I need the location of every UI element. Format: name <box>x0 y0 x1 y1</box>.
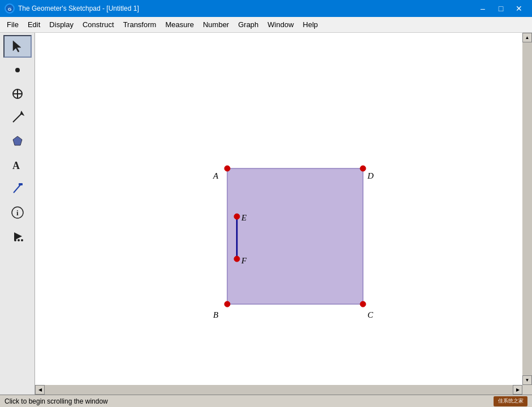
svg-marker-9 <box>13 136 22 145</box>
canvas-wrapper: A D B C E <box>35 33 532 395</box>
toolbar: A i <box>0 33 35 395</box>
info-tool-button[interactable]: i <box>3 201 32 224</box>
svg-marker-15 <box>14 232 22 240</box>
menu-file[interactable]: File <box>2 18 23 31</box>
point-b[interactable] <box>224 301 230 307</box>
canvas-area[interactable]: A D B C E <box>35 33 522 385</box>
menu-display[interactable]: Display <box>45 18 78 31</box>
title-bar-left: G The Geometer's Sketchpad - [Untitled 1… <box>5 3 139 14</box>
menu-edit[interactable]: Edit <box>23 18 45 31</box>
title-text: The Geometer's Sketchpad - [Untitled 1] <box>18 5 139 12</box>
main-area: A i <box>0 33 532 395</box>
svg-line-7 <box>13 113 22 122</box>
svg-line-11 <box>14 185 20 193</box>
status-right: 佳系统之家 <box>494 396 527 406</box>
close-button[interactable]: ✕ <box>511 3 527 14</box>
app-window: A i <box>0 33 532 407</box>
point-tool-button[interactable] <box>3 59 32 81</box>
svg-text:A: A <box>12 160 20 171</box>
label-e: E <box>241 213 246 222</box>
canvas-and-scrollbar: A D B C E <box>35 33 532 385</box>
point-e[interactable] <box>234 214 240 219</box>
svg-point-18 <box>21 239 23 241</box>
status-text: Click to begin scrolling the window <box>5 397 108 405</box>
svg-point-16 <box>14 239 16 241</box>
title-bar: G The Geometer's Sketchpad - [Untitled 1… <box>0 0 532 17</box>
maximize-button[interactable]: □ <box>492 3 509 14</box>
svg-text:i: i <box>16 209 19 217</box>
scroll-left-button[interactable]: ◀ <box>35 385 45 395</box>
menu-help[interactable]: Help <box>299 18 323 31</box>
scroll-down-button[interactable]: ▼ <box>522 375 532 385</box>
label-a: A <box>213 171 219 180</box>
status-logo: 佳系统之家 <box>494 396 527 406</box>
scrollbar-bottom: ◀ ▶ <box>35 385 522 395</box>
scroll-up-button[interactable]: ▲ <box>522 33 532 42</box>
compass-tool-button[interactable] <box>3 83 32 105</box>
point-c[interactable] <box>360 301 366 307</box>
square-polygon[interactable] <box>227 168 363 304</box>
title-controls: – □ ✕ <box>474 3 527 14</box>
menu-transform[interactable]: Transform <box>119 18 161 31</box>
svg-marker-2 <box>13 41 21 52</box>
scroll-track-vertical[interactable] <box>522 42 532 375</box>
bottom-scrollbar-area: ◀ ▶ <box>35 385 532 395</box>
scrollbar-corner <box>522 385 532 395</box>
point-d[interactable] <box>360 166 366 171</box>
scroll-track-horizontal[interactable] <box>45 385 513 395</box>
svg-text:G: G <box>8 7 11 12</box>
menu-number[interactable]: Number <box>198 18 233 31</box>
menu-measure[interactable]: Measure <box>161 18 198 31</box>
geometry-svg: A D B C E <box>35 33 522 385</box>
line-tool-button[interactable] <box>3 106 32 129</box>
menu-bar: File Edit Display Construct Transform Me… <box>0 17 532 33</box>
svg-point-17 <box>18 239 20 241</box>
svg-marker-8 <box>21 112 23 115</box>
app-icon: G <box>5 3 15 14</box>
text-tool-button[interactable]: A <box>3 154 32 176</box>
animation-tool-button[interactable] <box>3 225 32 248</box>
point-a[interactable] <box>224 166 230 171</box>
label-f: F <box>241 256 247 265</box>
svg-point-3 <box>15 68 20 72</box>
minimize-button[interactable]: – <box>474 3 491 14</box>
label-d: D <box>367 171 374 180</box>
menu-graph[interactable]: Graph <box>233 18 263 31</box>
status-bar: Click to begin scrolling the window 佳系统之… <box>0 395 532 407</box>
menu-window[interactable]: Window <box>263 18 298 31</box>
label-b: B <box>213 310 218 319</box>
svg-rect-12 <box>19 183 23 185</box>
marker-tool-button[interactable] <box>3 177 32 200</box>
scrollbar-right: ▲ ▼ <box>522 33 532 385</box>
polygon-tool-button[interactable] <box>3 130 32 153</box>
label-c: C <box>367 310 374 319</box>
scroll-right-button[interactable]: ▶ <box>513 385 522 395</box>
point-f[interactable] <box>234 256 240 262</box>
menu-construct[interactable]: Construct <box>78 18 119 31</box>
select-tool-button[interactable] <box>3 35 32 58</box>
